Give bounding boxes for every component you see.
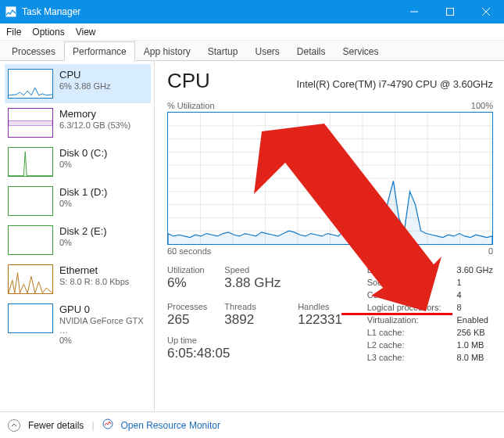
perf-sidebar: CPU6% 3.88 GHz Memory6.3/12.0 GB (53%) D… <box>0 61 155 411</box>
app-icon <box>5 5 17 18</box>
sidebar-item-label: Memory <box>59 108 130 120</box>
resource-monitor-icon <box>102 418 113 432</box>
stat-threads-label: Threads <box>224 302 281 311</box>
ethernet-thumb-icon <box>8 264 53 294</box>
disk-thumb-icon <box>8 186 53 216</box>
right-virt-value: Enabled <box>457 315 493 325</box>
stat-threads-value: 3892 <box>224 312 281 328</box>
chart-top-left-label: % Utilization <box>167 101 215 110</box>
right-cores-label: Cores: <box>367 290 441 300</box>
sidebar-item-label: Ethernet <box>59 264 129 276</box>
window-titlebar: Task Manager <box>0 0 504 23</box>
sidebar-item-label: Disk 2 (E:) <box>59 225 107 237</box>
sidebar-item-disk1[interactable]: Disk 1 (D:)0% <box>5 181 151 221</box>
right-l2-value: 1.0 MB <box>457 340 493 350</box>
sidebar-item-memory[interactable]: Memory6.3/12.0 GB (53%) <box>5 103 151 142</box>
open-resource-monitor-link[interactable]: Open Resource Monitor <box>121 420 220 431</box>
menubar: File Options View <box>0 23 504 41</box>
svg-rect-0 <box>5 6 16 17</box>
stat-utilization-label: Utilization <box>167 265 207 275</box>
stat-speed-label: Speed <box>224 265 281 275</box>
minimize-button[interactable] <box>396 0 432 23</box>
stat-speed-value: 3.88 GHz <box>224 275 281 291</box>
memory-thumb-icon <box>8 108 53 138</box>
right-virt-label: Virtualization: <box>367 315 441 325</box>
menu-options[interactable]: Options <box>32 27 64 38</box>
sidebar-item-sub: 0% <box>59 199 107 208</box>
close-button[interactable] <box>468 0 504 23</box>
tab-users[interactable]: Users <box>246 41 288 60</box>
sidebar-item-label: GPU 0 <box>59 303 148 315</box>
tab-startup[interactable]: Startup <box>199 41 247 60</box>
cpu-detail-pane: CPU Intel(R) Core(TM) i7-4790 CPU @ 3.60… <box>155 61 504 411</box>
sidebar-item-label: Disk 0 (C:) <box>59 147 107 159</box>
stat-processes-label: Processes <box>167 302 207 311</box>
tab-strip: Processes Performance App history Startu… <box>0 41 504 61</box>
cpu-model: Intel(R) Core(TM) i7-4790 CPU @ 3.60GHz <box>296 78 493 90</box>
window-title: Task Manager <box>22 6 80 17</box>
right-l3-label: L3 cache: <box>367 353 441 362</box>
sidebar-item-sub: 6% 3.88 GHz <box>59 81 110 91</box>
right-sockets-label: Sockets: <box>367 278 441 287</box>
footer-separator: | <box>91 420 94 431</box>
sidebar-item-disk0[interactable]: Disk 0 (C:)0% <box>5 142 151 181</box>
sidebar-item-cpu[interactable]: CPU6% 3.88 GHz <box>5 64 151 103</box>
right-lp-value: 8 <box>457 303 493 312</box>
sidebar-item-disk2[interactable]: Disk 2 (E:)0% <box>5 221 151 260</box>
sidebar-item-ethernet[interactable]: EthernetS: 8.0 R: 8.0 Kbps <box>5 260 151 299</box>
right-base-label: Base <box>367 265 441 275</box>
stat-handles-value: 122331 <box>298 312 342 328</box>
right-base-value: 3.60 GHz <box>457 265 493 275</box>
sidebar-item-gpu0[interactable]: GPU 0NVIDIA GeForce GTX …0% <box>5 299 151 350</box>
right-lp-label: Logical processors: <box>367 303 441 312</box>
cpu-utilization-chart[interactable] <box>167 112 493 245</box>
menu-view[interactable]: View <box>76 27 96 38</box>
fewer-details-link[interactable]: Fewer details <box>28 420 84 431</box>
gpu-thumb-icon <box>8 303 53 333</box>
sidebar-item-sub2: 0% <box>59 336 148 345</box>
stat-utilization-value: 6% <box>167 275 207 291</box>
sidebar-item-sub: 6.3/12.0 GB (53%) <box>59 120 130 130</box>
chart-top-right-label: 100% <box>471 101 493 110</box>
chevron-up-icon[interactable] <box>8 419 20 432</box>
stat-uptime-value: 6:05:48:05 <box>167 346 342 361</box>
cpu-thumb-icon <box>8 69 53 99</box>
right-sockets-value: 1 <box>457 278 493 287</box>
sidebar-item-label: Disk 1 (D:) <box>59 186 107 198</box>
svg-rect-5 <box>9 120 52 125</box>
menu-file[interactable]: File <box>6 27 21 38</box>
chart-bottom-right-label: 0 <box>488 246 493 256</box>
detail-title: CPU <box>167 69 210 93</box>
tab-performance[interactable]: Performance <box>64 41 135 61</box>
tab-apphistory[interactable]: App history <box>135 41 199 60</box>
sidebar-item-sub: 0% <box>59 160 107 169</box>
main-content: CPU6% 3.88 GHz Memory6.3/12.0 GB (53%) D… <box>0 61 504 411</box>
right-cores-value: 4 <box>457 290 493 300</box>
sidebar-item-label: CPU <box>59 69 110 81</box>
tab-processes[interactable]: Processes <box>3 41 64 60</box>
chart-bottom-left-label: 60 seconds <box>167 246 211 256</box>
sidebar-item-sub: NVIDIA GeForce GTX … <box>59 316 148 335</box>
sidebar-item-sub: S: 8.0 R: 8.0 Kbps <box>59 277 129 286</box>
tab-details[interactable]: Details <box>288 41 334 60</box>
tab-services[interactable]: Services <box>334 41 388 60</box>
disk-thumb-icon <box>8 225 53 255</box>
disk-thumb-icon <box>8 147 53 177</box>
stat-processes-value: 265 <box>167 312 207 328</box>
right-l1-label: L1 cache: <box>367 328 441 337</box>
footer-bar: Fewer details | Open Resource Monitor <box>0 411 504 438</box>
right-l1-value: 256 KB <box>457 328 493 337</box>
sidebar-item-sub: 0% <box>59 238 107 247</box>
svg-rect-2 <box>447 9 454 16</box>
stat-handles-label: Handles <box>298 302 342 311</box>
maximize-button[interactable] <box>432 0 468 23</box>
stat-uptime-label: Up time <box>167 336 342 345</box>
right-l3-value: 8.0 MB <box>457 353 493 362</box>
right-l2-label: L2 cache: <box>367 340 441 350</box>
